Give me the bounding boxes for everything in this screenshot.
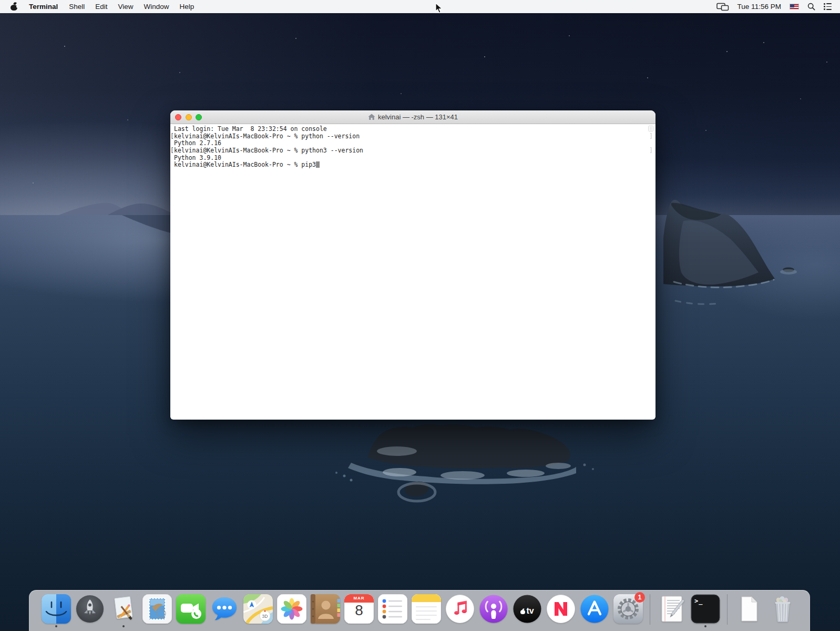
running-indicator [122, 625, 125, 627]
dock-contacts-icon[interactable] [310, 594, 341, 628]
apple-logo-icon [520, 608, 525, 614]
terminal-line: [kelvinai@KelvinAIs-MacBook-Pro ~ % pyth… [170, 133, 655, 140]
running-indicator [55, 625, 57, 627]
terminal-titlebar[interactable]: kelvinai — -zsh — 131×41 [170, 110, 655, 124]
dock-separator [727, 594, 728, 625]
terminal-line: Python 2.7.16 [170, 140, 655, 147]
dock-launchpad-icon[interactable] [75, 594, 105, 628]
menu-window[interactable]: Window [139, 0, 175, 13]
dock-appstore-icon[interactable] [579, 594, 610, 628]
dock-mail-icon[interactable] [142, 594, 172, 628]
us-flag-icon[interactable] [790, 4, 799, 9]
menu-list-icon[interactable] [824, 3, 832, 10]
dock-messages-icon[interactable] [209, 594, 240, 628]
dock-news-icon[interactable] [546, 594, 576, 628]
calendar-month-label: MAR [344, 596, 374, 601]
terminal-content[interactable]: Last login: Tue Mar 8 23:32:54 on consol… [170, 124, 655, 419]
menu-help[interactable]: Help [175, 0, 200, 13]
desktop: Terminal Shell Edit View Window Help Tue… [0, 0, 840, 631]
maps-3d-label: 3D [262, 614, 268, 619]
terminal-window: kelvinai — -zsh — 131×41 Last login: Tue… [170, 110, 655, 420]
menu-shell[interactable]: Shell [64, 0, 90, 13]
dock-maps-icon[interactable]: 3D [243, 594, 273, 628]
window-title: kelvinai — -zsh — 131×41 [378, 113, 458, 121]
dock-tv-icon[interactable]: tv [512, 594, 542, 628]
terminal-cursor [316, 161, 320, 168]
dock-textedit-icon[interactable] [657, 594, 687, 628]
home-folder-icon [368, 114, 375, 120]
terminal-prompt-line: kelvinai@KelvinAIs-MacBook-Pro ~ % pip3 [170, 161, 655, 169]
mouse-cursor [435, 3, 443, 14]
display-mirroring-icon[interactable] [716, 3, 729, 11]
dock-terminal-icon[interactable]: >_ [690, 594, 721, 628]
tv-label: tv [526, 606, 534, 616]
dock-calendar-icon[interactable]: MAR 8 [344, 594, 374, 628]
dock-documents-icon[interactable] [734, 594, 764, 628]
spotlight-search-icon[interactable] [807, 3, 815, 11]
terminal-line: [kelvinai@KelvinAIs-MacBook-Pro ~ % pyth… [170, 147, 655, 155]
menu-bar: Terminal Shell Edit View Window Help Tue… [0, 0, 840, 13]
notification-badge: 1 [634, 592, 645, 603]
dock-photos-icon[interactable] [276, 594, 307, 628]
dock-notes-icon[interactable] [411, 594, 442, 628]
terminal-prompt-glyph: >_ [694, 597, 703, 605]
dock-separator [650, 594, 650, 625]
dock-reminders-icon[interactable] [377, 594, 408, 628]
close-button[interactable] [175, 114, 181, 120]
dock-generic-app-icon[interactable] [108, 594, 139, 628]
menu-view[interactable]: View [113, 0, 139, 13]
minimize-button[interactable] [186, 114, 192, 120]
running-indicator [704, 625, 706, 627]
dock-system-preferences-icon[interactable]: 1 [613, 594, 643, 628]
zoom-button[interactable] [196, 114, 202, 120]
calendar-day-label: 8 [344, 602, 374, 619]
dock-finder-icon[interactable] [41, 594, 71, 628]
dock-facetime-icon[interactable] [176, 594, 206, 628]
terminal-line: Last login: Tue Mar 8 23:32:54 on consol… [170, 126, 655, 133]
menubar-clock[interactable]: Tue 11:56 PM [737, 3, 781, 11]
dock-trash-icon[interactable] [767, 594, 798, 628]
terminal-line: Python 3.9.10 [170, 155, 655, 162]
menu-edit[interactable]: Edit [90, 0, 112, 13]
menu-terminal[interactable]: Terminal [24, 0, 64, 13]
dock-music-icon[interactable] [445, 594, 475, 628]
dock-podcasts-icon[interactable] [478, 594, 509, 628]
apple-menu-icon[interactable] [11, 3, 17, 11]
dock: 3D [29, 590, 810, 631]
